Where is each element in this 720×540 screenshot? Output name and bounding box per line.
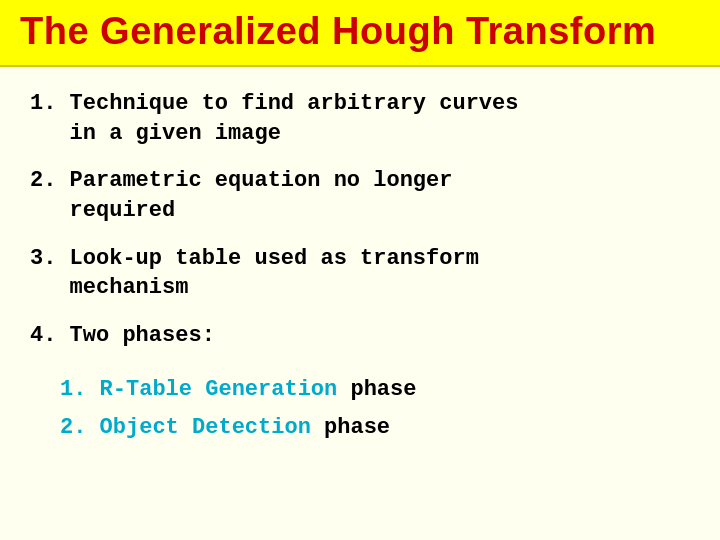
sub-item-1-suffix: phase xyxy=(337,377,416,402)
sub-item-2-suffix: phase xyxy=(311,415,390,440)
sub-item-1-number: 1. R-Table Generation xyxy=(60,377,337,402)
list-item-4: 4. Two phases: xyxy=(30,321,690,351)
slide: The Generalized Hough Transform 1. Techn… xyxy=(0,0,720,540)
content-area: 1. Technique to find arbitrary curves in… xyxy=(0,67,720,540)
sub-item-1: 1. R-Table Generation phase xyxy=(60,375,690,405)
slide-title: The Generalized Hough Transform xyxy=(20,10,656,52)
list-item-2-text: 2. Parametric equation no longer require… xyxy=(30,166,452,225)
sub-item-2-number: 2. Object Detection xyxy=(60,415,311,440)
list-item-4-text: 4. Two phases: xyxy=(30,321,215,351)
list-item-1-text: 1. Technique to find arbitrary curves in… xyxy=(30,89,518,148)
list-item-3-text: 3. Look-up table used as transform mecha… xyxy=(30,244,479,303)
sub-item-2: 2. Object Detection phase xyxy=(60,413,690,443)
sub-list: 1. R-Table Generation phase 2. Object De… xyxy=(60,375,690,442)
list-item-3: 3. Look-up table used as transform mecha… xyxy=(30,244,690,303)
title-bar: The Generalized Hough Transform xyxy=(0,0,720,67)
list-item-2: 2. Parametric equation no longer require… xyxy=(30,166,690,225)
list-item-1: 1. Technique to find arbitrary curves in… xyxy=(30,89,690,148)
